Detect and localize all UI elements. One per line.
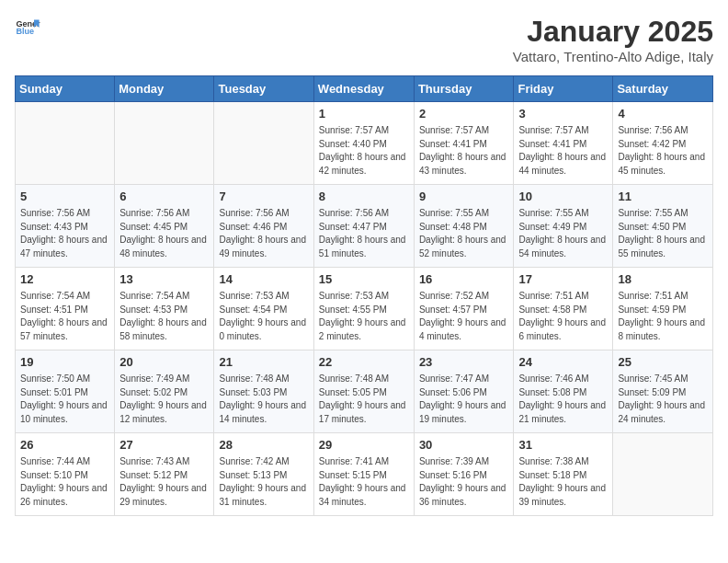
day-number: 11 [618,189,708,205]
day-number: 19 [20,354,109,371]
day-info: Sunrise: 7:53 AM Sunset: 4:55 PM Dayligh… [319,290,409,343]
calendar-cell: 21Sunrise: 7:48 AM Sunset: 5:03 PM Dayli… [214,350,313,433]
logo-icon: General Blue [15,15,40,40]
calendar-cell [16,102,115,185]
main-title: January 2025 [513,15,713,49]
header-sunday: Sunday [16,76,115,102]
day-number: 8 [319,189,409,205]
calendar-cell: 17Sunrise: 7:51 AM Sunset: 4:58 PM Dayli… [514,268,613,350]
day-number: 31 [518,437,608,454]
day-info: Sunrise: 7:56 AM Sunset: 4:46 PM Dayligh… [219,207,308,260]
calendar-cell: 22Sunrise: 7:48 AM Sunset: 5:05 PM Dayli… [313,350,414,433]
header-wednesday: Wednesday [313,76,414,102]
day-info: Sunrise: 7:49 AM Sunset: 5:02 PM Dayligh… [119,373,209,426]
day-number: 6 [119,189,209,205]
calendar-cell [115,102,214,185]
day-number: 21 [219,354,308,371]
day-number: 9 [419,189,509,205]
day-info: Sunrise: 7:45 AM Sunset: 5:09 PM Dayligh… [618,373,708,426]
day-info: Sunrise: 7:47 AM Sunset: 5:06 PM Dayligh… [419,373,509,426]
logo: General Blue [15,15,40,40]
calendar-table: SundayMondayTuesdayWednesdayThursdayFrid… [15,75,713,516]
day-info: Sunrise: 7:56 AM Sunset: 4:45 PM Dayligh… [119,207,209,260]
day-info: Sunrise: 7:57 AM Sunset: 4:41 PM Dayligh… [518,124,608,178]
calendar-cell: 4Sunrise: 7:56 AM Sunset: 4:42 PM Daylig… [613,102,713,185]
day-info: Sunrise: 7:55 AM Sunset: 4:48 PM Dayligh… [419,207,509,260]
calendar-cell: 1Sunrise: 7:57 AM Sunset: 4:40 PM Daylig… [313,102,414,185]
day-number: 23 [419,354,509,371]
day-info: Sunrise: 7:53 AM Sunset: 4:54 PM Dayligh… [219,290,308,343]
day-info: Sunrise: 7:48 AM Sunset: 5:05 PM Dayligh… [319,373,409,426]
day-number: 14 [219,271,308,288]
calendar-cell [214,102,313,185]
calendar-cell: 3Sunrise: 7:57 AM Sunset: 4:41 PM Daylig… [514,102,613,185]
calendar-cell: 23Sunrise: 7:47 AM Sunset: 5:06 PM Dayli… [414,350,514,433]
day-number: 18 [618,271,708,288]
calendar-cell [613,433,713,516]
day-number: 1 [319,106,409,122]
calendar-cell: 28Sunrise: 7:42 AM Sunset: 5:13 PM Dayli… [214,433,313,516]
calendar-cell: 26Sunrise: 7:44 AM Sunset: 5:10 PM Dayli… [16,433,115,516]
calendar-cell: 18Sunrise: 7:51 AM Sunset: 4:59 PM Dayli… [613,268,713,350]
calendar-week-4: 19Sunrise: 7:50 AM Sunset: 5:01 PM Dayli… [16,350,713,433]
day-number: 29 [319,437,409,454]
day-info: Sunrise: 7:55 AM Sunset: 4:49 PM Dayligh… [518,207,608,260]
calendar-cell: 19Sunrise: 7:50 AM Sunset: 5:01 PM Dayli… [16,350,115,433]
day-info: Sunrise: 7:56 AM Sunset: 4:42 PM Dayligh… [618,124,708,178]
day-number: 10 [518,189,608,205]
day-number: 2 [419,106,509,122]
header-thursday: Thursday [414,76,514,102]
day-number: 26 [20,437,109,454]
header-saturday: Saturday [613,76,713,102]
header-monday: Monday [115,76,214,102]
day-number: 7 [219,189,308,205]
calendar-cell: 29Sunrise: 7:41 AM Sunset: 5:15 PM Dayli… [313,433,414,516]
day-info: Sunrise: 7:41 AM Sunset: 5:15 PM Dayligh… [319,455,409,509]
day-info: Sunrise: 7:48 AM Sunset: 5:03 PM Dayligh… [219,373,308,426]
title-area: January 2025 Vattaro, Trentino-Alto Adig… [513,15,713,64]
calendar-cell: 20Sunrise: 7:49 AM Sunset: 5:02 PM Dayli… [115,350,214,433]
day-number: 25 [618,354,708,371]
day-info: Sunrise: 7:51 AM Sunset: 4:59 PM Dayligh… [618,290,708,343]
day-number: 13 [119,271,209,288]
day-info: Sunrise: 7:56 AM Sunset: 4:47 PM Dayligh… [319,207,409,260]
day-info: Sunrise: 7:38 AM Sunset: 5:18 PM Dayligh… [518,455,608,509]
day-info: Sunrise: 7:54 AM Sunset: 4:53 PM Dayligh… [119,290,209,343]
day-number: 28 [219,437,308,454]
day-info: Sunrise: 7:54 AM Sunset: 4:51 PM Dayligh… [20,290,109,343]
calendar-week-3: 12Sunrise: 7:54 AM Sunset: 4:51 PM Dayli… [16,268,713,350]
day-info: Sunrise: 7:44 AM Sunset: 5:10 PM Dayligh… [20,455,109,509]
day-info: Sunrise: 7:57 AM Sunset: 4:41 PM Dayligh… [419,124,509,178]
day-info: Sunrise: 7:43 AM Sunset: 5:12 PM Dayligh… [119,455,209,509]
calendar-cell: 25Sunrise: 7:45 AM Sunset: 5:09 PM Dayli… [613,350,713,433]
svg-text:Blue: Blue [16,27,34,36]
day-number: 27 [119,437,209,454]
calendar-header-row: SundayMondayTuesdayWednesdayThursdayFrid… [16,76,713,102]
day-number: 12 [20,271,109,288]
calendar-cell: 7Sunrise: 7:56 AM Sunset: 4:46 PM Daylig… [214,185,313,268]
calendar-cell: 11Sunrise: 7:55 AM Sunset: 4:50 PM Dayli… [613,185,713,268]
day-info: Sunrise: 7:50 AM Sunset: 5:01 PM Dayligh… [20,373,109,426]
calendar-week-5: 26Sunrise: 7:44 AM Sunset: 5:10 PM Dayli… [16,433,713,516]
calendar-cell: 10Sunrise: 7:55 AM Sunset: 4:49 PM Dayli… [514,185,613,268]
day-info: Sunrise: 7:52 AM Sunset: 4:57 PM Dayligh… [419,290,509,343]
day-number: 15 [319,271,409,288]
calendar-cell: 6Sunrise: 7:56 AM Sunset: 4:45 PM Daylig… [115,185,214,268]
day-info: Sunrise: 7:46 AM Sunset: 5:08 PM Dayligh… [518,373,608,426]
day-number: 3 [518,106,608,122]
calendar-cell: 15Sunrise: 7:53 AM Sunset: 4:55 PM Dayli… [313,268,414,350]
calendar-cell: 13Sunrise: 7:54 AM Sunset: 4:53 PM Dayli… [115,268,214,350]
calendar-cell: 12Sunrise: 7:54 AM Sunset: 4:51 PM Dayli… [16,268,115,350]
header-friday: Friday [514,76,613,102]
calendar-cell: 2Sunrise: 7:57 AM Sunset: 4:41 PM Daylig… [414,102,514,185]
header: General Blue January 2025 Vattaro, Trent… [15,15,713,64]
day-info: Sunrise: 7:51 AM Sunset: 4:58 PM Dayligh… [518,290,608,343]
header-tuesday: Tuesday [214,76,313,102]
calendar-cell: 8Sunrise: 7:56 AM Sunset: 4:47 PM Daylig… [313,185,414,268]
calendar-cell: 27Sunrise: 7:43 AM Sunset: 5:12 PM Dayli… [115,433,214,516]
day-info: Sunrise: 7:56 AM Sunset: 4:43 PM Dayligh… [20,207,109,260]
day-info: Sunrise: 7:39 AM Sunset: 5:16 PM Dayligh… [419,455,509,509]
calendar-cell: 24Sunrise: 7:46 AM Sunset: 5:08 PM Dayli… [514,350,613,433]
calendar-cell: 16Sunrise: 7:52 AM Sunset: 4:57 PM Dayli… [414,268,514,350]
calendar-cell: 9Sunrise: 7:55 AM Sunset: 4:48 PM Daylig… [414,185,514,268]
